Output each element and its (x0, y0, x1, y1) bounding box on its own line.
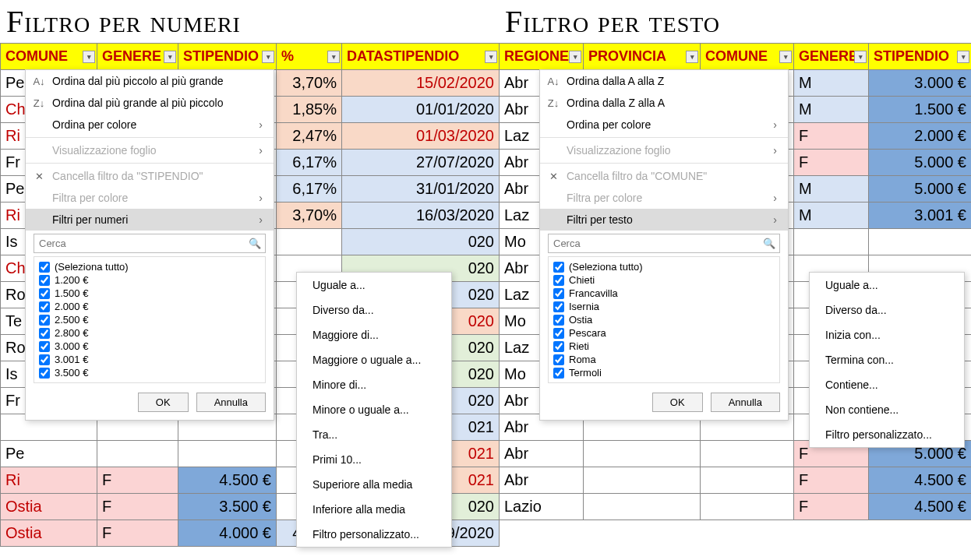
submenu-item[interactable]: Inferiore alla media (297, 497, 451, 522)
filter-menu-stipendio: A↓Ordina dal più piccolo al più grande Z… (25, 69, 274, 421)
col-header: COMUNE▾ (1, 44, 97, 70)
page-title-left: Filtro per numeri (0, 0, 499, 43)
page-title-right: Filtro per testo (499, 0, 971, 43)
checklist-option[interactable]: 2.800 € (37, 326, 262, 340)
filter-search-input[interactable] (34, 234, 266, 253)
filter-checklist[interactable]: (Seleziona tutto)ChietiFrancavillaIserni… (548, 256, 780, 383)
sort-ascending[interactable]: A↓Ordina dal più piccolo al più grande (26, 70, 274, 92)
filter-dropdown-button[interactable]: ▾ (686, 51, 698, 63)
submenu-item[interactable]: Inizia con... (810, 322, 964, 347)
sort-by-color[interactable]: Ordina per colore› (26, 114, 274, 136)
chevron-right-icon: › (757, 213, 777, 226)
filter-dropdown-button[interactable]: ▾ (957, 51, 969, 63)
filter-by-color: Filtra per colore› (26, 187, 274, 209)
col-header: STIPENDIO▾ (869, 44, 972, 70)
sheet-view: Visualizzazione foglio› (540, 139, 788, 161)
number-filters[interactable]: Filtri per numeri› (26, 209, 274, 231)
sort-ascending[interactable]: A↓Ordina dalla A alla Z (540, 70, 788, 92)
filter-dropdown-button[interactable]: ▾ (262, 51, 274, 63)
sort-descending[interactable]: Z↓Ordina dalla Z alla A (540, 92, 788, 114)
table-row: AbrF4.500 € (500, 467, 972, 494)
sort-by-color[interactable]: Ordina per colore› (540, 114, 788, 136)
funnel-clear-icon: ✕ (32, 171, 46, 182)
submenu-item[interactable]: Superiore alla media (297, 472, 451, 497)
sort-asc-icon: A↓ (32, 76, 46, 87)
checklist-option[interactable]: Chieti (552, 273, 776, 287)
chevron-right-icon: › (757, 118, 777, 131)
col-header: GENERE▾ (97, 44, 178, 70)
checklist-select-all[interactable]: (Seleziona tutto) (552, 260, 776, 273)
chevron-right-icon: › (243, 118, 263, 131)
sort-asc-icon: A↓ (546, 76, 560, 87)
sort-descending[interactable]: Z↓Ordina dal più grande al più piccolo (26, 92, 274, 114)
number-filters-submenu: Uguale a...Diverso da...Maggiore di...Ma… (296, 272, 452, 548)
col-header: %▾ (277, 44, 342, 70)
checklist-option[interactable]: Ostia (552, 313, 776, 326)
filter-menu-comune: A↓Ordina dalla A alla Z Z↓Ordina dalla Z… (539, 69, 789, 421)
sheet-view: Visualizzazione foglio› (26, 139, 274, 161)
filter-dropdown-button[interactable]: ▾ (854, 51, 867, 63)
col-header: REGIONE▾ (500, 44, 584, 70)
table-row: LazioF4.500 € (500, 494, 972, 520)
submenu-item[interactable]: Minore o uguale a... (297, 397, 451, 422)
submenu-item[interactable]: Primi 10... (297, 447, 451, 472)
search-icon: 🔍 (249, 238, 261, 249)
funnel-clear-icon: ✕ (546, 171, 560, 182)
filter-dropdown-button[interactable]: ▾ (779, 51, 792, 63)
ok-button[interactable]: OK (652, 393, 703, 412)
checklist-select-all[interactable]: (Seleziona tutto) (37, 260, 262, 273)
filter-checklist[interactable]: (Seleziona tutto)1.200 €1.500 €2.000 €2.… (34, 256, 266, 383)
submenu-item[interactable]: Minore di... (297, 372, 451, 397)
sort-desc-icon: Z↓ (32, 97, 46, 109)
filter-search-input[interactable] (548, 234, 780, 253)
submenu-item[interactable]: Filtro personalizzato... (297, 522, 451, 547)
search-icon: 🔍 (763, 238, 775, 249)
checklist-option[interactable]: 3.001 € (37, 353, 262, 366)
submenu-item[interactable]: Uguale a... (810, 273, 964, 298)
cancel-button[interactable]: Annulla (711, 393, 780, 412)
submenu-item[interactable]: Filtro personalizzato... (810, 422, 964, 447)
text-filters[interactable]: Filtri per testo› (540, 209, 788, 231)
checklist-option[interactable]: Termoli (552, 366, 776, 379)
filter-dropdown-button[interactable]: ▾ (485, 51, 497, 63)
submenu-item[interactable]: Maggiore o uguale a... (297, 347, 451, 372)
submenu-item[interactable]: Diverso da... (297, 298, 451, 322)
submenu-item[interactable]: Termina con... (810, 347, 964, 372)
checklist-option[interactable]: Francavilla (552, 287, 776, 300)
col-header: PROVINCIA▾ (584, 44, 701, 70)
submenu-item[interactable]: Uguale a... (297, 273, 451, 298)
clear-filter: ✕Cancella filtro da "STIPENDIO" (26, 165, 274, 187)
submenu-item[interactable]: Maggiore di... (297, 322, 451, 347)
submenu-item[interactable]: Non contiene... (810, 397, 964, 422)
submenu-item[interactable]: Tra... (297, 422, 451, 447)
checklist-option[interactable]: 3.500 € (37, 366, 262, 379)
filter-dropdown-button[interactable]: ▾ (569, 51, 581, 63)
submenu-item[interactable]: Contiene... (810, 372, 964, 397)
clear-filter: ✕Cancella filtro da "COMUNE" (540, 165, 788, 187)
checklist-option[interactable]: 1.500 € (37, 287, 262, 300)
col-header: GENERE▾ (794, 44, 869, 70)
sort-desc-icon: Z↓ (546, 97, 560, 109)
filter-dropdown-button[interactable]: ▾ (327, 51, 340, 63)
filter-dropdown-button[interactable]: ▾ (83, 51, 95, 63)
submenu-item[interactable]: Diverso da... (810, 298, 964, 322)
checklist-option[interactable]: Isernia (552, 300, 776, 313)
chevron-right-icon: › (243, 213, 263, 226)
col-header: DATASTIPENDIO▾ (342, 44, 500, 70)
checklist-option[interactable]: 2.000 € (37, 300, 262, 313)
checklist-option[interactable]: 3.000 € (37, 340, 262, 353)
checklist-option[interactable]: 2.500 € (37, 313, 262, 326)
checklist-option[interactable]: 1.200 € (37, 273, 262, 287)
ok-button[interactable]: OK (138, 393, 189, 412)
filter-dropdown-button[interactable]: ▾ (164, 51, 176, 63)
filter-by-color: Filtra per colore› (540, 187, 788, 209)
cancel-button[interactable]: Annulla (196, 393, 266, 412)
checklist-option[interactable]: Pescara (552, 326, 776, 340)
checklist-option[interactable]: Rieti (552, 340, 776, 353)
checklist-option[interactable]: Roma (552, 353, 776, 366)
text-filters-submenu: Uguale a...Diverso da...Inizia con...Ter… (809, 272, 965, 448)
col-header: COMUNE▾ (701, 44, 794, 70)
col-header: STIPENDIO▾ (178, 44, 277, 70)
